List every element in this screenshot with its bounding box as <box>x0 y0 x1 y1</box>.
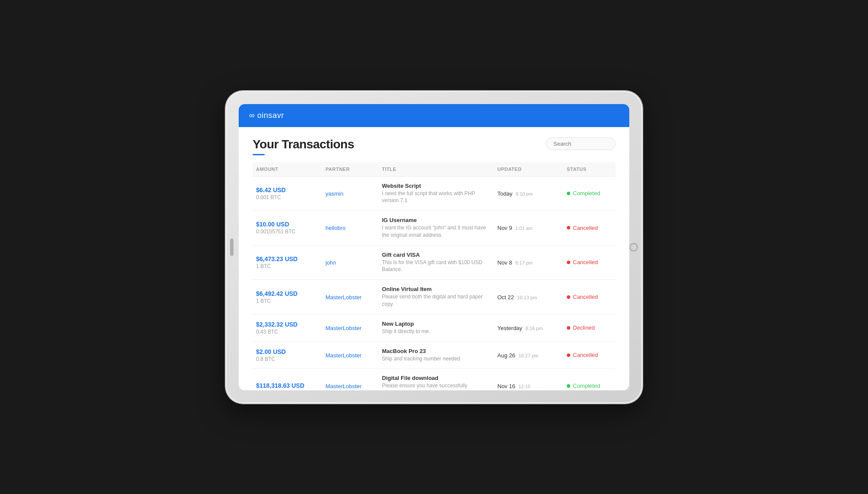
updated-date: Yesterday <box>497 325 522 331</box>
app-header: ∞ oinsavr <box>239 104 629 127</box>
updated-time: 12:15 <box>519 384 531 389</box>
cell-title: IG Username I want the IG account "john"… <box>378 217 494 239</box>
amount-btc: 1 BTC <box>256 298 319 304</box>
table-row[interactable]: $118,318.63 USD MasterLobster Digital Fi… <box>253 369 615 390</box>
cell-partner: hellobro <box>322 224 378 232</box>
cell-status: Cancelled <box>563 225 615 231</box>
table-body: $6.42 USD 0.001 BTC yasmin Website Scrip… <box>253 177 615 390</box>
device-frame: ∞ oinsavr Your Transactions AMOUNT PARTN… <box>226 91 642 403</box>
status-badge: Completed <box>573 383 600 389</box>
title-main: Online Virtual Item <box>382 286 490 292</box>
col-partner: PARTNER <box>322 167 378 172</box>
title-main: New Laptop <box>382 321 490 327</box>
cell-partner: MasterLobster <box>322 324 378 332</box>
status-dot <box>567 353 570 357</box>
amount-usd: $6,473.23 USD <box>256 255 319 262</box>
page-title: Your Transactions <box>253 137 354 151</box>
cell-status: Declined <box>563 324 615 331</box>
home-button[interactable] <box>629 243 638 252</box>
status-dot <box>567 384 570 388</box>
title-desc: Please ensure you have successfully comp… <box>382 382 490 390</box>
partner-name[interactable]: MasterLobster <box>326 383 362 389</box>
status-dot <box>567 261 570 264</box>
title-desc: This is for the VISA gift card with $100… <box>382 259 490 274</box>
search-input[interactable] <box>546 137 615 150</box>
status-dot <box>567 326 570 330</box>
table-row[interactable]: $2,332.32 USD 0.43 BTC MasterLobster New… <box>253 314 615 342</box>
updated-time: 8:16 pm <box>526 326 543 331</box>
amount-btc: 0.00155751 BTC <box>256 229 319 235</box>
cell-status: Cancelled <box>563 352 615 358</box>
updated-time: 1:01 am <box>515 226 533 231</box>
status-dot <box>567 295 570 299</box>
status-dot <box>567 192 570 195</box>
col-title: TITLE <box>378 167 494 172</box>
cell-title: Digital File download Please ensure you … <box>378 375 494 390</box>
col-amount: AMOUNT <box>253 167 322 172</box>
status-badge: Cancelled <box>573 352 598 358</box>
cell-updated: Nov 8 8:17 pm <box>494 258 563 266</box>
cell-status: Cancelled <box>563 294 615 300</box>
cell-status: Completed <box>563 383 615 389</box>
updated-time: 10:13 pm <box>517 295 537 300</box>
partner-name[interactable]: hellobro <box>326 225 345 231</box>
col-status: STATUS <box>563 167 615 172</box>
cell-title: Website Script I need the full script th… <box>378 183 494 205</box>
table-row[interactable]: $2.00 USD 0.8 BTC MasterLobster MacBook … <box>253 342 615 369</box>
title-desc: I need the full script that works with P… <box>382 190 490 205</box>
cell-amount: $118,318.63 USD <box>253 382 322 390</box>
updated-time: 9:10 pm <box>516 191 533 196</box>
device-screen: ∞ oinsavr Your Transactions AMOUNT PARTN… <box>239 104 629 390</box>
updated-date: Today <box>497 190 513 197</box>
partner-name[interactable]: john <box>326 259 336 266</box>
amount-btc: 0.43 BTC <box>256 329 319 335</box>
amount-usd: $10.00 USD <box>256 221 319 228</box>
status-badge: Cancelled <box>573 294 598 300</box>
partner-name[interactable]: MasterLobster <box>326 294 362 301</box>
cell-title: Gift card VISA This is for the VISA gift… <box>378 252 494 274</box>
amount-usd: $118,318.63 USD <box>256 382 319 389</box>
title-main: MacBook Pro 23 <box>382 348 490 354</box>
amount-usd: $6.42 USD <box>256 186 319 193</box>
volume-button[interactable] <box>230 239 233 256</box>
cell-status: Cancelled <box>563 259 615 265</box>
updated-date: Nov 9 <box>497 225 512 231</box>
cell-updated: Today 9:10 pm <box>494 190 563 197</box>
title-main: IG Username <box>382 217 490 223</box>
updated-date: Aug 26 <box>497 352 515 359</box>
cell-updated: Yesterday 8:16 pm <box>494 324 563 332</box>
cell-partner: yasmin <box>322 190 378 197</box>
logo-text: oinsavr <box>257 111 284 120</box>
updated-time: 8:17 pm <box>515 260 533 265</box>
status-cell: Completed <box>567 383 612 389</box>
updated-time: 10:27 pm <box>519 353 539 358</box>
cell-title: New Laptop Ship it directly to me. <box>378 321 494 335</box>
table-row[interactable]: $6.42 USD 0.001 BTC yasmin Website Scrip… <box>253 177 615 211</box>
partner-name[interactable]: yasmin <box>326 190 343 197</box>
title-desc: Ship and tracking number needed <box>382 355 490 363</box>
cell-amount: $2.00 USD 0.8 BTC <box>253 348 322 362</box>
amount-btc: 0.8 BTC <box>256 356 319 362</box>
status-cell: Declined <box>567 324 612 331</box>
table-row[interactable]: $10.00 USD 0.00155751 BTC hellobro IG Us… <box>253 211 615 245</box>
table-row[interactable]: $6,473.23 USD 1 BTC john Gift card VISA … <box>253 245 615 280</box>
cell-updated: Oct 22 10:13 pm <box>494 293 563 301</box>
partner-name[interactable]: MasterLobster <box>326 325 362 331</box>
title-desc: I want the IG account "john" and it must… <box>382 224 490 239</box>
cell-status: Completed <box>563 190 615 196</box>
status-badge: Cancelled <box>573 259 598 265</box>
cell-partner: john <box>322 258 378 266</box>
title-desc: Ship it directly to me. <box>382 328 490 335</box>
cell-partner: MasterLobster <box>322 351 378 359</box>
cell-partner: MasterLobster <box>322 382 378 390</box>
content-area: Your Transactions AMOUNT PARTNER TITLE U… <box>239 127 629 390</box>
amount-usd: $6,492.42 USD <box>256 290 319 297</box>
cell-amount: $2,332.32 USD 0.43 BTC <box>253 321 322 335</box>
page-header: Your Transactions <box>253 137 615 151</box>
partner-name[interactable]: MasterLobster <box>326 352 362 359</box>
cell-amount: $10.00 USD 0.00155751 BTC <box>253 221 322 235</box>
table-row[interactable]: $6,492.42 USD 1 BTC MasterLobster Online… <box>253 280 615 314</box>
amount-btc: 0.001 BTC <box>256 194 319 200</box>
cell-partner: MasterLobster <box>322 293 378 301</box>
status-cell: Completed <box>567 190 612 196</box>
